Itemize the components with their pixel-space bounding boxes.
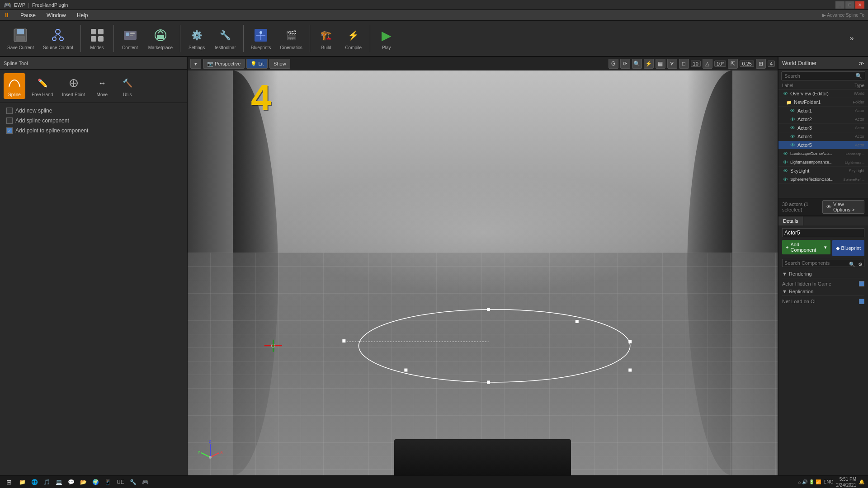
tool-move[interactable]: ↔ Move (91, 73, 113, 99)
taskbar-app-4[interactable]: 📂 (79, 478, 88, 486)
search-input[interactable] (784, 73, 855, 79)
blueprint-button[interactable]: ◆ Blueprint (832, 240, 864, 256)
tool-utils[interactable]: 🔨 Utils (117, 73, 138, 99)
start-button[interactable]: ⊞ (4, 477, 14, 488)
outliner-item-actor3[interactable]: 👁 Actor3 Actor (778, 124, 868, 132)
viewport-dropdown-btn[interactable]: ▾ (190, 59, 201, 69)
modes-button[interactable]: Modes (85, 24, 110, 52)
show-btn[interactable]: Show (269, 59, 290, 69)
content-button[interactable]: Content (118, 24, 143, 52)
testtoolbar-icon: 🔧 (216, 26, 234, 44)
toolbar-sep-5 (310, 25, 310, 52)
lit-btn[interactable]: 💡 Lit (246, 59, 268, 69)
taskbar-app-7[interactable]: 🔧 (129, 478, 137, 486)
spline-point-6[interactable] (487, 380, 490, 384)
outliner-item-label: Actor1 (797, 108, 812, 113)
vp-icon-2[interactable]: ⟳ (620, 59, 630, 69)
vp-grid-btn[interactable]: ▦ (656, 59, 665, 69)
spline-point-1[interactable] (342, 339, 345, 343)
settings-button[interactable]: ⚙️ Settings (184, 24, 209, 52)
outliner-item-lightmass[interactable]: 👁 LightmassImportance... Lightmass... (778, 158, 868, 167)
outliner-item-skylight[interactable]: 👁 SkyLight SkyLight (778, 167, 868, 175)
tool-insert-point[interactable]: Insert Point (59, 73, 88, 99)
spline-point-7[interactable] (404, 369, 407, 372)
spline-point-5[interactable] (628, 369, 632, 372)
outliner-item-landscape[interactable]: 👁 LandscapeGizmoActi... Landscap... (778, 150, 868, 158)
outliner-item-actor4[interactable]: 👁 Actor4 Actor (778, 132, 868, 141)
marketplace-button[interactable]: Marketplace (145, 24, 176, 52)
add-component-button[interactable]: + Add Component ▾ (782, 240, 830, 254)
taskbar-app-5[interactable]: 🌍 (91, 478, 100, 486)
save-current-button[interactable]: Save Current (4, 24, 38, 52)
vp-icon-9[interactable]: ⊞ (756, 59, 766, 69)
outliner-item-overview[interactable]: 👁 Overview (Editor) World (778, 89, 868, 98)
details-tab[interactable]: Details (778, 216, 803, 225)
tool-spline[interactable]: Spline (4, 73, 25, 99)
checkbox-add-spline-component[interactable] (6, 117, 13, 124)
testtoolbar-button[interactable]: 🔧 testtoolbar (211, 24, 240, 52)
view-options-button[interactable]: 👁 View Options > (822, 200, 864, 214)
taskbar-app-3[interactable]: 💬 (67, 478, 75, 486)
notification-icon[interactable]: 🔔 (859, 479, 864, 484)
left-toolbar: Spline ✏️ Free Hand Insert Point ↔ Move … (0, 70, 187, 103)
source-control-button[interactable]: Source Control (39, 24, 77, 52)
outliner-item-type: World (854, 91, 864, 96)
outliner-expand-icon[interactable]: ≫ (859, 60, 864, 66)
svg-rect-13 (126, 33, 129, 36)
taskbar-app-6[interactable]: 📱 (104, 478, 112, 486)
outliner-item-actor5[interactable]: 👁 Actor5 Actor (778, 141, 868, 150)
viewport[interactable]: ▾ 📷 Perspective 💡 Lit Show G ⟳ 🔍 ⚡ ▦ ⛛ □… (188, 57, 778, 475)
replication-title: Replication (789, 289, 813, 294)
vp-icon-8[interactable]: ⇱ (728, 59, 738, 69)
tool-free-hand[interactable]: ✏️ Free Hand (29, 73, 56, 99)
taskbar-ue4[interactable]: UE (116, 478, 125, 486)
expand-toolbar-button[interactable]: » (839, 28, 864, 49)
taskbar-app-8[interactable]: 🎮 (141, 478, 150, 486)
option-add-point-to-spline[interactable]: ✓ Add point to spline component (6, 127, 180, 134)
vp-icon-3[interactable]: 🔍 (632, 59, 642, 69)
checkbox-add-new-spline[interactable] (6, 108, 13, 114)
actor-name-input[interactable] (782, 228, 864, 237)
checkbox-add-point-to-spline[interactable]: ✓ (6, 127, 13, 134)
search-components-row: 🔍 ⚙ (782, 259, 864, 270)
replication-section-header[interactable]: ▼ Replication (782, 287, 864, 296)
outliner-item-actor2[interactable]: 👁 Actor2 Actor (778, 115, 868, 124)
maximize-button[interactable]: □ (845, 1, 854, 9)
outliner-list: 👁 Overview (Editor) World 📁 NewFolder1 F… (778, 89, 868, 198)
spline-point-3[interactable] (576, 320, 579, 323)
vp-icon-6[interactable]: □ (679, 59, 689, 69)
dropdown-icon: ▾ (824, 244, 827, 250)
vp-icon-5[interactable]: ⛛ (667, 59, 677, 69)
taskbar-chrome[interactable]: 🌐 (30, 478, 39, 486)
save-icon (11, 26, 29, 44)
build-button[interactable]: 🏗️ Build (314, 24, 339, 52)
vp-icon-7[interactable]: △ (703, 59, 712, 69)
compile-button[interactable]: ⚡ Compile (341, 24, 366, 52)
play-button[interactable]: ▶ Play (374, 24, 399, 52)
menu-window[interactable]: Window (45, 11, 68, 19)
close-button[interactable]: ✕ (855, 1, 864, 9)
blueprints-button[interactable]: Blueprints (247, 24, 274, 52)
minimize-button[interactable]: _ (835, 1, 844, 9)
outliner-item-newfolder[interactable]: 📁 NewFolder1 Folder (778, 98, 868, 107)
outliner-item-sphere[interactable]: 👁 SphereReflectionCapt... SphereRefl... (778, 175, 868, 184)
vp-icon-1[interactable]: G (609, 59, 618, 69)
rendering-section-header[interactable]: ▼ Rendering (782, 270, 864, 278)
actor-hidden-checkbox[interactable] (859, 281, 864, 286)
menu-pause[interactable]: Pause (19, 11, 38, 19)
menu-help[interactable]: Help (75, 11, 90, 19)
option-add-spline-component[interactable]: Add spline component (6, 117, 180, 124)
net-load-checkbox[interactable] (859, 299, 864, 304)
spline-point-4[interactable] (628, 340, 632, 343)
spline-point-2[interactable] (487, 308, 490, 311)
taskbar-app-1[interactable]: 🎵 (42, 478, 51, 486)
taskbar-app-2[interactable]: 💻 (55, 478, 63, 486)
option-add-new-spline[interactable]: Add new spline (6, 108, 180, 114)
taskbar-file-explorer[interactable]: 📁 (18, 478, 27, 486)
outliner-item-actor1[interactable]: 👁 Actor1 Actor (778, 107, 868, 115)
cinematics-button[interactable]: 🎬 Cinematics (276, 24, 306, 52)
search-components-icon: 🔍 (849, 262, 855, 267)
perspective-btn[interactable]: 📷 Perspective (203, 59, 245, 69)
vp-icon-4[interactable]: ⚡ (644, 59, 654, 69)
free-hand-label: Free Hand (32, 92, 53, 97)
